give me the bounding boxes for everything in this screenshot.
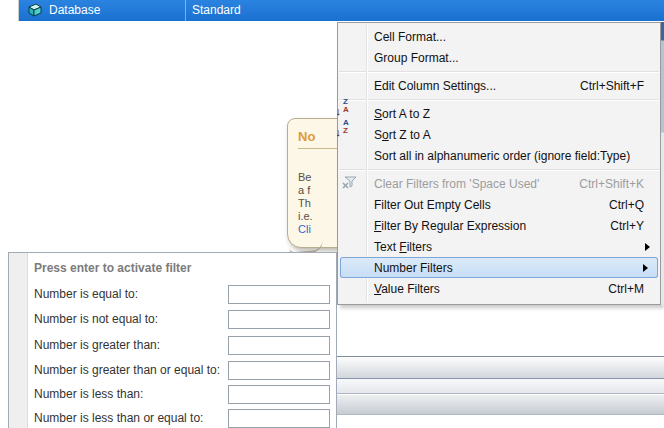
filter-value-input[interactable] — [228, 361, 330, 380]
menu-item-filter-out-empty-cells[interactable]: Filter Out Empty CellsCtrl+Q — [338, 194, 660, 215]
sort-za-icon: ZA↓ — [342, 127, 362, 143]
menu-separator — [338, 96, 660, 103]
filter-row-label: Number is greater than or equal to: — [34, 363, 220, 377]
menu-item-label: Text Filters — [374, 240, 432, 254]
menu-item-shortcut: Ctrl+Shift+F — [560, 79, 652, 93]
menu-item-shortcut: Ctrl+M — [588, 282, 652, 296]
horizontal-scrollbar[interactable] — [330, 356, 664, 379]
database-icon — [27, 2, 43, 21]
filter-panel-title: Press enter to activate filter — [34, 261, 191, 275]
menu-item-label: Value Filters — [374, 282, 440, 296]
menu-item-label: Number Filters — [374, 261, 453, 275]
filter-row: Number is greater than: — [34, 336, 331, 355]
menu-item-edit-column-settings[interactable]: Edit Column Settings...Ctrl+Shift+F — [338, 75, 660, 96]
table-row[interactable]: Database Standard — [19, 0, 664, 21]
submenu-arrow-icon — [645, 243, 650, 251]
menu-item-group-format[interactable]: Group Format... — [338, 47, 660, 68]
menu-item-sort-a-to-z[interactable]: AZ↓Sort A to Z — [338, 103, 660, 124]
filter-row: Number is less than or equal to: — [34, 409, 331, 428]
filter-row: Number is not equal to: — [34, 310, 331, 329]
menu-item-label: Group Format... — [374, 51, 459, 65]
menu-item-shortcut: Ctrl+Shift+K — [559, 177, 652, 191]
status-band — [330, 395, 664, 415]
filter-panel-gutter — [9, 253, 28, 428]
filter-row-label: Number is greater than: — [34, 338, 160, 352]
menu-item-sort-all-in-alphanumeric-order-ignore-field-type[interactable]: Sort all in alphanumeric order (ignore f… — [338, 145, 660, 166]
menu-item-label: Sort A to Z — [374, 107, 430, 121]
filter-row-label: Number is less than: — [34, 387, 143, 401]
status-band — [330, 379, 664, 394]
column-divider — [185, 0, 186, 21]
menu-item-label: Filter Out Empty Cells — [374, 198, 491, 212]
menu-item-clear-filters-from-space-used: Clear Filters from 'Space Used'Ctrl+Shif… — [338, 173, 660, 194]
menu-separator — [338, 166, 660, 173]
filter-value-input[interactable] — [228, 310, 330, 329]
menu-item-shortcut: Ctrl+Q — [589, 198, 652, 212]
filter-row: Number is greater than or equal to: — [34, 361, 331, 380]
filter-value-input[interactable] — [228, 285, 330, 304]
menu-item-shortcut: Ctrl+Y — [590, 219, 652, 233]
menu-item-number-filters[interactable]: Number Filters — [340, 257, 658, 278]
menu-item-label: Edit Column Settings... — [374, 79, 496, 93]
filter-row: Number is equal to: — [34, 285, 331, 304]
filter-value-input[interactable] — [228, 336, 330, 355]
clear-filter-icon — [342, 176, 362, 192]
filter-row-label: Number is not equal to: — [34, 312, 158, 326]
filter-value-input[interactable] — [228, 385, 330, 404]
context-menu: Cell Format...Group Format...Edit Column… — [337, 22, 661, 305]
bottom-scrollbar-area[interactable] — [330, 356, 664, 418]
menu-item-cell-format[interactable]: Cell Format... — [338, 26, 660, 47]
menu-item-label: Clear Filters from 'Space Used' — [374, 177, 539, 191]
filter-row-label: Number is less than or equal to: — [34, 411, 203, 425]
context-menu-items: Cell Format...Group Format...Edit Column… — [338, 26, 660, 299]
filter-value-input[interactable] — [228, 409, 330, 428]
menu-item-sort-z-to-a[interactable]: ZA↓Sort Z to A — [338, 124, 660, 145]
menu-item-value-filters[interactable]: Value FiltersCtrl+M — [338, 278, 660, 299]
submenu-arrow-icon — [643, 264, 648, 272]
menu-item-label: Sort all in alphanumeric order (ignore f… — [374, 149, 630, 163]
app-window: Database File Type Database Type Logical… — [0, 0, 664, 428]
menu-item-label: Filter By Regular Expression — [374, 219, 526, 233]
cell-database-type: Standard — [192, 0, 241, 21]
cell-database-file-type: Database — [49, 0, 100, 21]
menu-item-filter-by-regular-expression[interactable]: Filter By Regular ExpressionCtrl+Y — [338, 215, 660, 236]
menu-separator — [338, 68, 660, 75]
filter-row-label: Number is equal to: — [34, 287, 138, 301]
menu-item-label: Sort Z to A — [374, 128, 431, 142]
filter-row: Number is less than: — [34, 385, 331, 404]
number-filter-panel: Press enter to activate filter Number is… — [8, 252, 337, 428]
row-indicator-cell[interactable] — [0, 0, 19, 21]
menu-item-text-filters[interactable]: Text Filters — [338, 236, 660, 257]
menu-item-label: Cell Format... — [374, 30, 446, 44]
